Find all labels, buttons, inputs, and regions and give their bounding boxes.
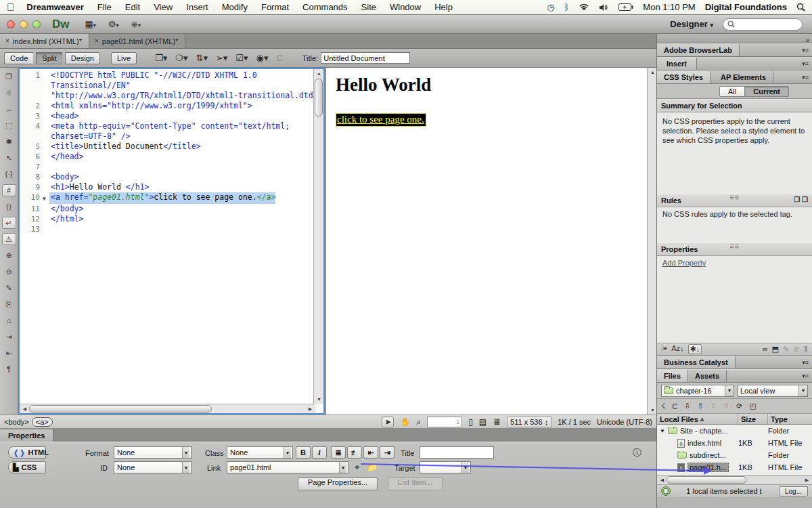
tab-ap-elements[interactable]: AP Elements: [714, 71, 773, 83]
panel-menu-icon[interactable]: ▾≡: [802, 47, 809, 54]
panel-menu-icon[interactable]: ▾≡: [802, 74, 809, 81]
window-size-select[interactable]: 511 x 536 ↕: [507, 417, 551, 427]
unordered-list-icon[interactable]: ≣: [331, 446, 346, 459]
file-row-index-html[interactable]: ⟨⟩index.html1KBHTML File: [657, 437, 812, 449]
menu-item-edit[interactable]: Edit: [118, 2, 147, 12]
code-view-button[interactable]: Code: [4, 52, 33, 64]
panel-menu-icon[interactable]: ▾≡: [802, 373, 809, 379]
indent-icon[interactable]: ⇥: [380, 446, 394, 459]
menu-item-modify[interactable]: Modify: [215, 2, 254, 12]
collapse-full-tag-icon[interactable]: ↔: [2, 103, 16, 115]
scroll-left-icon[interactable]: ◀: [20, 404, 30, 413]
desktop-size-icon[interactable]: 🖥: [493, 417, 501, 427]
wifi-icon[interactable]: [579, 3, 589, 12]
show-set-properties-icon[interactable]: ✱↓: [688, 344, 702, 354]
menu-item-site[interactable]: Site: [355, 2, 383, 12]
css-current-button[interactable]: Current: [745, 86, 789, 97]
scroll-down-icon[interactable]: ▼: [314, 395, 324, 404]
select-tool-icon[interactable]: ➤: [382, 417, 394, 427]
file-row-page01-h-[interactable]: ⟨⟩page01.h...1KBHTML File: [657, 461, 812, 473]
format-select[interactable]: None▾: [114, 446, 191, 459]
bluetooth-icon[interactable]: ᛒ: [564, 2, 570, 12]
tab-css-styles[interactable]: CSS Styles: [657, 71, 710, 83]
split-view-button[interactable]: Split: [36, 52, 62, 64]
document-title-input[interactable]: [321, 52, 410, 64]
tab-files[interactable]: Files: [657, 370, 688, 382]
apple-menu-icon[interactable]: : [7, 1, 14, 13]
italic-button[interactable]: I: [312, 446, 327, 459]
get-files-icon[interactable]: ⇩: [684, 402, 690, 410]
tab-index-html[interactable]: × index.html (XHTML)*: [0, 34, 89, 48]
insert-panel-header[interactable]: Insert ▾≡: [657, 57, 812, 70]
zoom-window-button[interactable]: [32, 20, 41, 28]
outdent-icon[interactable]: ⇤: [363, 446, 378, 459]
collapse-selection-icon[interactable]: ⬚: [2, 119, 16, 131]
new-css-rule-icon[interactable]: ⬒: [772, 345, 779, 354]
format-source-code-icon[interactable]: ¶: [2, 363, 16, 375]
panel-menu-icon[interactable]: ▾≡: [802, 60, 809, 67]
code-line-12[interactable]: 12</html>: [20, 214, 313, 224]
scroll-right-icon[interactable]: ▶: [305, 404, 315, 413]
scrollbar-thumb[interactable]: [667, 476, 746, 484]
expander-icon[interactable]: ▼: [660, 428, 665, 434]
code-line-6[interactable]: 6</head>: [20, 152, 313, 162]
tag-selector-body[interactable]: <body>: [4, 418, 29, 426]
close-icon[interactable]: ×: [95, 37, 99, 45]
zoom-tool-icon[interactable]: ⌕: [416, 417, 421, 427]
site-select[interactable]: chapter-16 ▾: [661, 385, 734, 397]
visual-aids-icon[interactable]: ◉▾: [253, 53, 272, 63]
tab-page01-html[interactable]: × page01.html (XHTML)*: [89, 34, 185, 48]
select-parent-tag-icon[interactable]: ↖: [2, 152, 16, 164]
extend-dreamweaver-button[interactable]: ⚙▾: [108, 19, 119, 29]
menu-item-view[interactable]: View: [147, 2, 179, 12]
bold-button[interactable]: B: [296, 446, 311, 459]
remove-comment-icon[interactable]: ⊖: [2, 266, 16, 278]
menu-item-file[interactable]: File: [91, 2, 118, 12]
code-line-wrap[interactable]: "http://www.w3.org/TR/xhtml1/DTD/xhtml1-…: [20, 91, 313, 101]
file-row-site-chapte-[interactable]: ▼Site - chapte...Folder: [657, 425, 812, 437]
move-css-rule-icon[interactable]: ⌂: [2, 314, 16, 326]
browse-folder-icon[interactable]: 📁: [367, 462, 378, 472]
browserlab-panel-header[interactable]: Adobe BrowserLab ▾≡: [657, 43, 812, 57]
html-mode-button[interactable]: ❬❭HTML: [8, 446, 46, 459]
close-icon[interactable]: ×: [5, 37, 9, 45]
id-select[interactable]: None▾: [114, 461, 191, 473]
attach-style-sheet-icon[interactable]: ∞: [763, 345, 768, 354]
scroll-left-icon[interactable]: ◀: [657, 475, 667, 484]
app-search-input[interactable]: [723, 18, 803, 30]
menu-item-format[interactable]: Format: [254, 2, 296, 12]
menu-item-commands[interactable]: Commands: [296, 2, 354, 12]
outdent-code-icon[interactable]: ⇤: [2, 347, 16, 359]
scrollbar-thumb[interactable]: [315, 79, 323, 117]
put-files-icon[interactable]: ⇧: [697, 402, 703, 410]
synchronize-icon[interactable]: ⟳: [736, 402, 742, 410]
design-selected-link[interactable]: click to see page one.: [336, 113, 426, 127]
tab-assets[interactable]: Assets: [688, 370, 727, 382]
code-line-13[interactable]: 13: [20, 224, 313, 234]
code-line-1[interactable]: 1<!DOCTYPE html PUBLIC "-//W3C//DTD XHTM…: [20, 70, 313, 81]
menu-item-window[interactable]: Window: [383, 2, 428, 12]
scroll-up-icon[interactable]: ▲: [314, 69, 324, 78]
scroll-right-icon[interactable]: ▶: [802, 475, 812, 484]
scrollbar-thumb[interactable]: [29, 405, 212, 412]
code-vertical-scrollbar[interactable]: ▲ ▼: [313, 69, 323, 404]
design-view-pane[interactable]: Hello World click to see page one.: [326, 68, 647, 415]
code-view-pane[interactable]: 1<!DOCTYPE html PUBLIC "-//W3C//DTD XHTM…: [18, 68, 325, 415]
code-line-2[interactable]: 2<html xmlns="http://www.w3.org/1999/xht…: [20, 101, 313, 111]
files-horizontal-scrollbar[interactable]: ◀ ▶: [657, 475, 812, 484]
line-numbers-icon[interactable]: #: [2, 184, 16, 196]
code-line-7[interactable]: 7: [20, 162, 313, 172]
css-mode-button[interactable]: ▙CSS: [8, 461, 46, 473]
log-button[interactable]: Log...: [779, 486, 808, 496]
file-name[interactable]: index.html: [687, 439, 721, 447]
point-to-file-icon[interactable]: ⌖: [355, 462, 359, 473]
tablet-size-icon[interactable]: ▤: [479, 417, 487, 427]
link-title-input[interactable]: [420, 446, 494, 459]
menu-item-help[interactable]: Help: [428, 2, 459, 12]
file-list-column-headers[interactable]: Local Files▴ Size Type: [657, 414, 812, 425]
business-catalyst-panel-header[interactable]: Business Catalyst ▾≡: [657, 356, 812, 369]
magnification-select[interactable]: ↕: [427, 417, 462, 427]
panel-menu-icon[interactable]: ▾≡: [802, 359, 809, 366]
code-line-4[interactable]: 4<meta http-equiv="Content-Type" content…: [20, 121, 313, 131]
close-window-button[interactable]: [7, 20, 15, 28]
